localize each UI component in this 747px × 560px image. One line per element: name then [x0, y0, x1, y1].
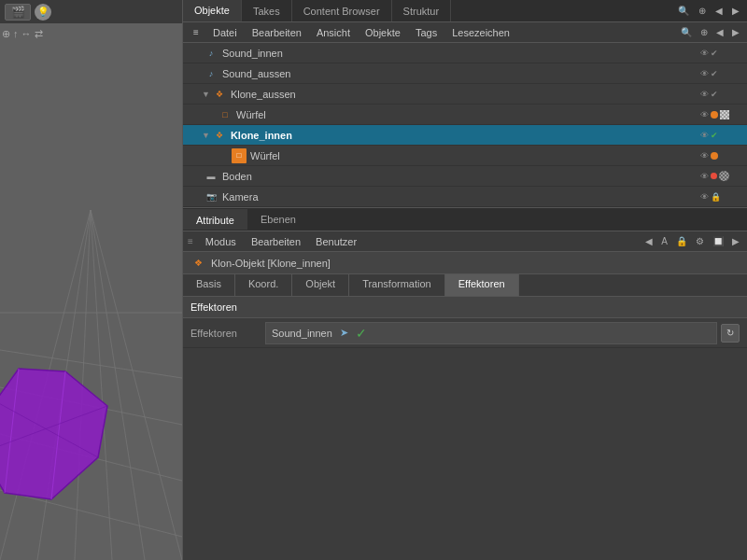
effektoren-value-field[interactable]: Sound_innen ➤ ✓ — [265, 322, 717, 344]
nav-right-icon[interactable]: ▶ — [729, 5, 742, 17]
list-item-boden[interactable]: ▬ Boden 👁 — [183, 166, 747, 187]
vis-check-3: ✔ — [711, 90, 718, 99]
vis-eye-icon-2: 👁 — [700, 69, 709, 78]
effektoren-value-text: Sound_innen — [272, 328, 332, 339]
sub-tab-objekt[interactable]: Objekt — [292, 274, 349, 296]
effektoren-add-icon: ↻ — [726, 328, 734, 338]
wuerfel-2-vis: 👁 — [700, 151, 747, 161]
effektoren-section-header: Effektoren — [183, 297, 747, 318]
sound-innen-vis: 👁 ✔ — [700, 49, 747, 58]
viewport-panel: 🎬 💡 — [0, 0, 182, 560]
menu-tags[interactable]: Tags — [409, 25, 444, 40]
search-icon[interactable]: 🔍 — [675, 5, 692, 17]
attr-menu-modus[interactable]: Modus — [199, 234, 243, 249]
tab-objekte[interactable]: Objekte — [183, 0, 242, 21]
sound-innen-icon: ♪ — [204, 46, 218, 61]
attr-rect-icon[interactable]: 🔲 — [710, 235, 726, 247]
fold-arrow-klone-aussen: ▼ — [202, 90, 210, 99]
menu-lesezeichen[interactable]: Lesezeichen — [445, 25, 516, 40]
boden-name: Boden — [222, 171, 700, 182]
vis-eye-7: 👁 — [700, 172, 709, 181]
kamera-name: Kamera — [222, 191, 700, 203]
menu-target-icon[interactable]: ⊕ — [698, 26, 711, 38]
menu-nav-right-icon[interactable]: ▶ — [729, 26, 742, 38]
viewport-3d: ⊕ ↑ ↔ ⇄ — [0, 23, 182, 560]
klone-aussen-icon: ❖ — [212, 87, 227, 102]
menu-ansicht[interactable]: Ansicht — [310, 25, 357, 40]
attr-gear-icon[interactable]: ⚙ — [693, 235, 707, 247]
top-tabs: Objekte Takes Content Browser Struktur 🔍… — [183, 0, 747, 22]
right-panel: Objekte Takes Content Browser Struktur 🔍… — [183, 0, 747, 560]
vis-eye-8: 👁 — [700, 192, 709, 202]
fold-arrow-klone-innen: ▼ — [202, 131, 210, 140]
sub-tab-basis[interactable]: Basis — [183, 274, 235, 296]
klone-aussen-name: Klone_aussen — [231, 89, 700, 100]
wuerfel-1-name: Würfel — [236, 109, 700, 120]
list-item-sound-aussen[interactable]: ♪ Sound_aussen 👁 ✔ — [183, 63, 747, 84]
attr-menu-icon: ≡ — [188, 236, 193, 246]
attr-tabs: Attribute Ebenen — [183, 208, 747, 231]
viewport-icon-1: 🎬 — [5, 4, 31, 21]
list-item-wuerfel-1[interactable]: □ Würfel 👁 — [183, 105, 747, 125]
tab-takes[interactable]: Takes — [242, 0, 292, 21]
klone-innen-icon: ❖ — [212, 128, 227, 143]
viewport-nav-icon-2: ↑ — [13, 28, 19, 40]
attr-menu-bar: ≡ Modus Bearbeiten Benutzer ◀ A 🔒 ⚙ 🔲 ▶ — [183, 231, 747, 252]
vis-checker-4 — [720, 110, 729, 119]
target-icon[interactable]: ⊕ — [696, 5, 709, 17]
effektoren-row: Effektoren Sound_innen ➤ ✓ ↻ — [183, 318, 747, 348]
menu-objekte[interactable]: Objekte — [359, 25, 407, 40]
klone-innen-vis: 👁 ✔ — [700, 131, 747, 140]
effektoren-add-button[interactable]: ↻ — [721, 324, 740, 343]
viewport-toolbar: 🎬 💡 — [0, 0, 182, 23]
list-item-kamera[interactable]: 📷 Kamera 👁 🔒 — [183, 187, 747, 207]
klon-title-icon: ❖ — [190, 256, 205, 271]
menu-search-icon[interactable]: 🔍 — [678, 26, 695, 38]
sound-aussen-name: Sound_aussen — [222, 68, 700, 79]
object-list: ♪ Sound_innen 👁 ✔ ♪ Sound_aussen 👁 ✔ ▼ ❖… — [183, 43, 747, 208]
vis-eye-4: 👁 — [700, 110, 709, 119]
vis-orange-6 — [711, 152, 718, 160]
vis-lock-8: 🔒 — [711, 192, 721, 202]
nav-left-icon[interactable]: ◀ — [712, 5, 726, 17]
boden-vis: 👁 — [700, 171, 747, 181]
attr-menu-bearbeiten[interactable]: Bearbeiten — [245, 234, 307, 249]
vis-eye-6: 👁 — [700, 151, 709, 161]
attr-menu-benutzer[interactable]: Benutzer — [309, 234, 363, 249]
attr-a-icon[interactable]: A — [658, 235, 670, 247]
vis-eye-icon: 👁 — [700, 49, 709, 58]
klon-title-text: Klon-Objekt [Klone_innen] — [211, 258, 331, 269]
sub-tabs: Basis Koord. Objekt Transformation Effek… — [183, 274, 747, 297]
menu-right-icons: 🔍 ⊕ ◀ ▶ — [678, 26, 742, 38]
tab-content-browser[interactable]: Content Browser — [292, 0, 392, 21]
viewport-nav-icons: ⊕ ↑ ↔ ⇄ — [2, 28, 43, 40]
attr-nav-right-icon[interactable]: ▶ — [729, 235, 742, 247]
tab-attribute[interactable]: Attribute — [183, 209, 247, 230]
list-item-klone-aussen[interactable]: ▼ ❖ Klone_aussen 👁 ✔ — [183, 84, 747, 105]
viewport-nav-icon-3: ↔ — [21, 28, 32, 40]
wuerfel-1-vis: 👁 — [700, 110, 747, 119]
menu-bearbeiten[interactable]: Bearbeiten — [246, 25, 308, 40]
klon-title-bar: ❖ Klon-Objekt [Klone_innen] — [183, 252, 747, 274]
menu-icon: ≡ — [188, 24, 204, 41]
sound-innen-name: Sound_innen — [222, 48, 700, 59]
boden-icon: ▬ — [204, 169, 218, 184]
tab-struktur[interactable]: Struktur — [392, 0, 452, 21]
vis-orange-4 — [711, 111, 718, 119]
attr-lock-icon[interactable]: 🔒 — [673, 235, 690, 247]
menu-datei[interactable]: Datei — [206, 25, 244, 40]
tab-ebenen[interactable]: Ebenen — [247, 210, 309, 229]
vis-check-5: ✔ — [711, 131, 718, 140]
vis-eye-3: 👁 — [700, 90, 709, 99]
sub-tab-effektoren[interactable]: Effektoren — [445, 274, 519, 296]
list-item-wuerfel-2[interactable]: □ Würfel 👁 — [183, 146, 747, 166]
list-item-sound-innen[interactable]: ♪ Sound_innen 👁 ✔ — [183, 43, 747, 63]
attr-nav-left-icon[interactable]: ◀ — [642, 235, 655, 247]
kamera-vis: 👁 🔒 — [700, 192, 747, 202]
menu-nav-left-icon[interactable]: ◀ — [713, 26, 726, 38]
effektoren-check-icon: ✓ — [356, 326, 367, 341]
wuerfel-2-icon: □ — [232, 148, 247, 163]
sub-tab-transformation[interactable]: Transformation — [349, 274, 445, 296]
list-item-klone-innen[interactable]: ▼ ❖ Klone_innen 👁 ✔ — [183, 125, 747, 146]
sub-tab-koord[interactable]: Koord. — [235, 274, 292, 296]
